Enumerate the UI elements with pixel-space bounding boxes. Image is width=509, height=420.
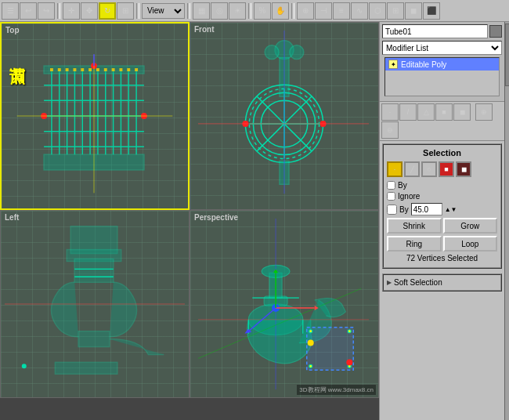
svg-rect-27 <box>66 68 69 71</box>
rt-face-btn[interactable]: △ <box>417 103 435 121</box>
ignore-row: Ignore <box>387 192 497 201</box>
svg-rect-28 <box>73 68 76 71</box>
toolbar-pan-btn[interactable]: ✋ <box>272 2 289 20</box>
toolbar-extra2-btn[interactable]: ◼ <box>405 2 422 20</box>
ring-button[interactable]: Ring <box>387 236 442 252</box>
toolbar-move-btn[interactable]: ✥ <box>81 2 98 20</box>
svg-point-71 <box>309 330 312 333</box>
toolbar-align-btn[interactable]: ≡ <box>333 2 350 20</box>
sel-icon-element[interactable]: ◼ <box>456 161 471 177</box>
svg-point-79 <box>308 340 314 346</box>
toolbar-menu-btn[interactable]: ☰ <box>2 2 19 20</box>
viewport-front-content <box>190 23 378 209</box>
soft-sel-header[interactable]: ▶ Soft Selection <box>387 278 497 287</box>
by-vertex-label: By <box>398 181 407 190</box>
by-angle-row: By ▲▼ <box>387 203 497 215</box>
sel-icon-vertex[interactable]: · <box>387 161 403 177</box>
toolbar-scale-btn[interactable]: ⊞ <box>117 2 134 20</box>
by-angle-checkbox[interactable] <box>387 205 397 215</box>
soft-selection-panel: ▶ Soft Selection <box>382 273 502 291</box>
viewport-left[interactable]: Left <box>0 210 190 398</box>
sel-icon-border[interactable]: ○ <box>421 161 437 177</box>
modifier-stack: ✦ Editable Poly <box>384 57 500 96</box>
shrink-grow-row: Shrink Grow <box>387 218 497 234</box>
svg-point-73 <box>309 364 312 368</box>
viewports-container: Top 调节点 <box>0 22 379 420</box>
toolbar-zoom-btn[interactable]: % <box>254 2 271 20</box>
by-vertex-row: By <box>387 181 497 190</box>
right-sub-toolbar: · / △ ■ ◼ ⊕ ⊖ <box>380 102 504 141</box>
svg-point-39 <box>290 45 304 60</box>
selection-icons-row: · ╱ ○ ■ ◼ <box>387 161 497 177</box>
modifier-list-dropdown[interactable]: Modifier List <box>382 41 502 55</box>
toolbar-mirror-btn[interactable]: ⊣ <box>315 2 332 20</box>
by-vertex-checkbox[interactable] <box>387 181 395 190</box>
toolbar-light-btn[interactable]: ☀ <box>229 2 246 20</box>
toolbar-extra1-btn[interactable]: ⊞ <box>387 2 404 20</box>
toolbar-sep-1 <box>57 3 60 19</box>
toolbar-material-btn[interactable]: ◎ <box>211 2 228 20</box>
svg-rect-32 <box>104 68 107 71</box>
ignore-label: Ignore <box>398 192 420 201</box>
view-dropdown[interactable]: View <box>142 3 185 19</box>
rt-edge-btn[interactable]: / <box>399 103 417 121</box>
svg-point-38 <box>265 45 279 60</box>
svg-point-80 <box>346 359 352 365</box>
viewport-perspective-content <box>190 211 378 397</box>
modifier-name: Editable Poly <box>401 60 446 69</box>
rt-elem-btn[interactable]: ◼ <box>453 103 471 121</box>
rt-detach-btn[interactable]: ⊖ <box>381 121 399 139</box>
toolbar-snap-btn[interactable]: ⊕ <box>297 2 314 20</box>
rt-sep <box>471 103 475 121</box>
far-right-scroll[interactable] <box>505 24 509 86</box>
rt-poly-btn[interactable]: ■ <box>435 103 453 121</box>
svg-rect-56 <box>74 259 114 282</box>
shrink-button[interactable]: Shrink <box>387 218 442 234</box>
svg-rect-36 <box>135 68 138 71</box>
toolbar-rotate-btn[interactable]: ↻ <box>99 2 116 20</box>
toolbar-render-btn[interactable]: ▦ <box>193 2 210 20</box>
modifier-item-editable-poly[interactable]: ✦ Editable Poly <box>385 58 499 71</box>
grow-button[interactable]: Grow <box>443 218 498 234</box>
scene-info: Modifier List ✦ Editable Poly <box>380 22 504 102</box>
sel-icon-edge[interactable]: ╱ <box>404 161 420 177</box>
main-toolbar: ☰ ↩ ↪ ✛ ✥ ↻ ⊞ View ▦ ◎ ☀ % ✋ ⊕ ⊣ ≡ ∿ ⬡ ⊞… <box>0 0 509 22</box>
viewport-left-content <box>1 211 189 397</box>
viewport-top[interactable]: Top 调节点 <box>0 22 190 210</box>
sel-icon-polygon[interactable]: ■ <box>439 161 454 177</box>
toolbar-sep-3 <box>187 3 190 19</box>
rt-vertex-btn[interactable]: · <box>381 103 399 121</box>
ignore-checkbox[interactable] <box>387 192 395 201</box>
svg-rect-33 <box>112 68 115 71</box>
toolbar-select-btn[interactable]: ✛ <box>63 2 80 20</box>
viewport-top-label: Top <box>5 26 20 34</box>
object-color-swatch[interactable] <box>489 25 502 38</box>
toolbar-curve-btn[interactable]: ∿ <box>351 2 368 20</box>
toolbar-sep-5 <box>291 3 294 19</box>
viewport-top-content <box>2 24 188 208</box>
svg-rect-30 <box>88 68 92 71</box>
toolbar-undo-btn[interactable]: ↩ <box>20 2 37 20</box>
toolbar-layer-btn[interactable]: ⬡ <box>369 2 386 20</box>
rt-attach-btn[interactable]: ⊕ <box>475 103 493 121</box>
ring-loop-row: Ring Loop <box>387 236 497 252</box>
toolbar-sep-2 <box>136 3 139 19</box>
right-panel: Modifier List ✦ Editable Poly · / △ ■ ◼ … <box>379 22 504 420</box>
viewport-perspective[interactable]: Perspective <box>190 210 379 398</box>
toolbar-extra3-btn[interactable]: ⬛ <box>423 2 440 20</box>
svg-rect-31 <box>96 68 99 71</box>
selection-panel-title: Selection <box>387 148 497 158</box>
object-name-input[interactable] <box>382 24 488 38</box>
viewport-front-label: Front <box>194 25 215 34</box>
selection-status: 72 Vertices Selected <box>387 254 497 262</box>
object-name-row <box>382 24 502 38</box>
toolbar-redo-btn[interactable]: ↪ <box>38 2 55 20</box>
svg-rect-57 <box>78 331 110 347</box>
viewport-front[interactable]: Front <box>190 22 379 210</box>
svg-rect-29 <box>81 68 84 71</box>
loop-button[interactable]: Loop <box>443 236 498 252</box>
main-layout: Top 调节点 <box>0 22 509 420</box>
by-angle-input[interactable] <box>411 203 442 215</box>
by-angle-spinner[interactable]: ▲▼ <box>445 206 457 213</box>
viewport-left-label: Left <box>5 213 19 222</box>
